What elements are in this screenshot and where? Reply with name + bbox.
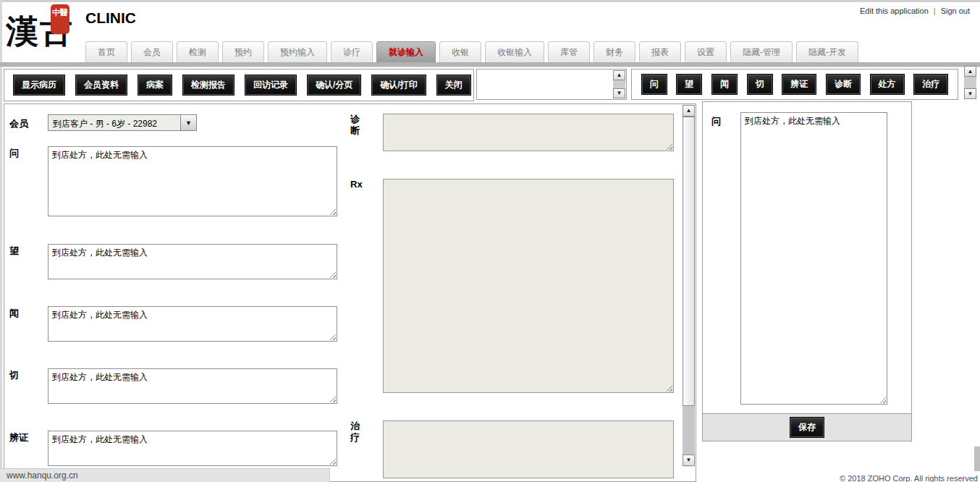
- side-ask-field-label: 问: [711, 115, 721, 128]
- tab-treatment[interactable]: 诊疗: [331, 41, 373, 62]
- link-separator: |: [929, 7, 941, 15]
- inspect-field-label: 望: [9, 245, 19, 258]
- tab-inventory[interactable]: 库管: [548, 41, 590, 62]
- diagnosis-field-textarea[interactable]: [383, 114, 674, 151]
- syndrome-field-textarea[interactable]: 到店处方，此处无需输入: [48, 431, 337, 466]
- ask-field-wrap: 到店处方，此处无需输入: [48, 146, 337, 216]
- palpate-field-textarea[interactable]: 到店处方，此处无需输入: [48, 368, 337, 404]
- section-listen-button[interactable]: 闻: [711, 74, 738, 95]
- section-syndrome-button[interactable]: 辨证: [782, 74, 816, 95]
- record-toolbar: 显示病历 会员资料 病案 检测报告 回访记录 确认/分页 确认/打印 关闭: [4, 69, 474, 101]
- close-button[interactable]: 关闭: [436, 75, 471, 96]
- section-therapy-button[interactable]: 治疗: [913, 74, 948, 95]
- save-button[interactable]: 保存: [790, 417, 824, 438]
- case-file-button[interactable]: 病案: [138, 75, 172, 96]
- inspect-field-wrap: 到店处方，此处无需输入: [48, 244, 337, 279]
- scrollbar[interactable]: ▲ ▼: [613, 70, 625, 98]
- tab-finance[interactable]: 财务: [594, 41, 635, 62]
- member-field-label: 会员: [9, 117, 28, 130]
- scrollbar-track[interactable]: [683, 406, 695, 454]
- ask-field-label: 问: [9, 147, 19, 160]
- scroll-up-icon[interactable]: ▲: [613, 70, 625, 80]
- section-inspect-button[interactable]: 望: [676, 74, 702, 95]
- confirm-paginate-button[interactable]: 确认/分页: [307, 75, 361, 96]
- window-left-edge: [0, 0, 2, 482]
- scroll-up-icon[interactable]: ▲: [964, 66, 976, 77]
- edit-application-link[interactable]: Edit this application: [860, 7, 929, 15]
- browser-status-bar: www.hanqu.org.cn: [0, 468, 330, 482]
- rx-field-wrap: [383, 179, 674, 393]
- scrollbar[interactable]: ▲ ▼: [964, 66, 976, 99]
- member-selected-value: 到店客户 - 男 - 6岁 - 22982: [48, 115, 180, 130]
- tab-home[interactable]: 首页: [85, 41, 127, 62]
- ask-field-textarea[interactable]: 到店处方，此处无需输入: [48, 146, 337, 216]
- member-profile-button[interactable]: 会员资料: [75, 75, 127, 96]
- section-ask-button[interactable]: 问: [641, 74, 667, 95]
- chevron-down-icon[interactable]: ▼: [180, 115, 196, 130]
- show-medical-record-button[interactable]: 显示病历: [13, 75, 65, 96]
- logo-seal-stamp-icon: 中醫: [51, 4, 69, 34]
- tab-members[interactable]: 会员: [131, 41, 173, 62]
- tab-appointments[interactable]: 预约: [222, 41, 264, 62]
- quick-entry-panel: 问 到店处方，此处无需输入 保存: [702, 101, 912, 441]
- tab-testing[interactable]: 检测: [177, 41, 219, 62]
- therapy-field-textarea[interactable]: [383, 420, 674, 478]
- tab-visit-entry[interactable]: 就诊输入: [376, 41, 436, 62]
- application-window: 漢古 中醫 CLINIC Edit this application|Sign …: [0, 0, 980, 482]
- rx-field-label: Rx: [350, 179, 363, 190]
- syndrome-field-label: 辨证: [9, 431, 28, 444]
- syndrome-field-wrap: 到店处方，此处无需输入: [48, 431, 337, 466]
- visit-entry-form-panel: 会员 到店客户 - 男 - 6岁 - 22982 ▼ 问 到店处方，此处无需输入…: [4, 103, 696, 482]
- app-title: CLINIC: [85, 9, 136, 27]
- scrollbar-track[interactable]: [613, 80, 625, 88]
- tab-bar-divider: [0, 62, 980, 67]
- scroll-down-icon[interactable]: ▼: [613, 88, 625, 98]
- side-panel-footer: 保存: [703, 413, 911, 441]
- section-diagnosis-button[interactable]: 诊断: [826, 74, 861, 95]
- section-palpate-button[interactable]: 切: [747, 74, 773, 95]
- confirm-print-button[interactable]: 确认/打印: [371, 75, 426, 96]
- member-select[interactable]: 到店客户 - 男 - 6岁 - 22982 ▼: [48, 114, 197, 131]
- rx-field-textarea[interactable]: [383, 179, 674, 393]
- tab-cashier[interactable]: 收银: [439, 41, 481, 62]
- tab-hidden-admin[interactable]: 隐藏-管理: [730, 41, 793, 62]
- zoho-copyright: © 2018 ZOHO Corp. All rights reserved: [840, 474, 978, 482]
- tab-reports[interactable]: 报表: [639, 41, 681, 62]
- account-links: Edit this application|Sign out: [860, 7, 970, 15]
- diagnosis-field-label: 诊断: [350, 114, 361, 138]
- listen-field-label: 闻: [9, 307, 19, 320]
- tab-hidden-dev[interactable]: 隐藏-开发: [796, 41, 858, 62]
- inspect-field-textarea[interactable]: 到店处方，此处无需输入: [48, 244, 337, 279]
- window-top-edge: [0, 0, 980, 2]
- scroll-down-icon[interactable]: ▼: [964, 88, 976, 99]
- test-report-button[interactable]: 检测报告: [182, 75, 235, 96]
- scroll-down-icon[interactable]: ▼: [683, 454, 695, 466]
- side-ask-field-wrap: 到店处方，此处无需输入: [740, 112, 887, 405]
- listen-field-wrap: 到店处方，此处无需输入: [48, 306, 337, 342]
- tab-appointment-entry[interactable]: 预约输入: [268, 41, 327, 62]
- window-scrollbar-fragment: [974, 447, 980, 471]
- main-tab-bar: 首页 会员 检测 预约 预约输入 诊疗 就诊输入 收银 收银输入 库管 财务 报…: [85, 41, 858, 62]
- sign-out-link[interactable]: Sign out: [941, 7, 970, 15]
- palpate-field-label: 切: [9, 369, 19, 382]
- follow-up-record-button[interactable]: 回访记录: [245, 75, 297, 96]
- scrollbar-track[interactable]: [964, 77, 976, 88]
- section-toolbar: 问 望 闻 切 辨证 诊断 处方 治疗: [631, 69, 958, 100]
- scrollbar-thumb[interactable]: [683, 117, 695, 406]
- diagnosis-field-wrap: [383, 114, 674, 151]
- side-ask-field-textarea[interactable]: 到店处方，此处无需输入: [740, 112, 887, 405]
- therapy-field-wrap: [383, 420, 674, 478]
- form-scrollbar[interactable]: ▲ ▼: [683, 105, 695, 467]
- section-prescription-button[interactable]: 处方: [870, 74, 905, 95]
- palpate-field-wrap: 到店处方，此处无需输入: [48, 368, 337, 404]
- empty-scroll-box: ▲ ▼: [476, 69, 627, 100]
- scroll-up-icon[interactable]: ▲: [683, 105, 695, 117]
- tab-settings[interactable]: 设置: [685, 41, 727, 62]
- therapy-field-label: 治疗: [350, 420, 361, 444]
- listen-field-textarea[interactable]: 到店处方，此处无需输入: [48, 306, 337, 342]
- tab-cashier-entry[interactable]: 收银输入: [485, 41, 544, 62]
